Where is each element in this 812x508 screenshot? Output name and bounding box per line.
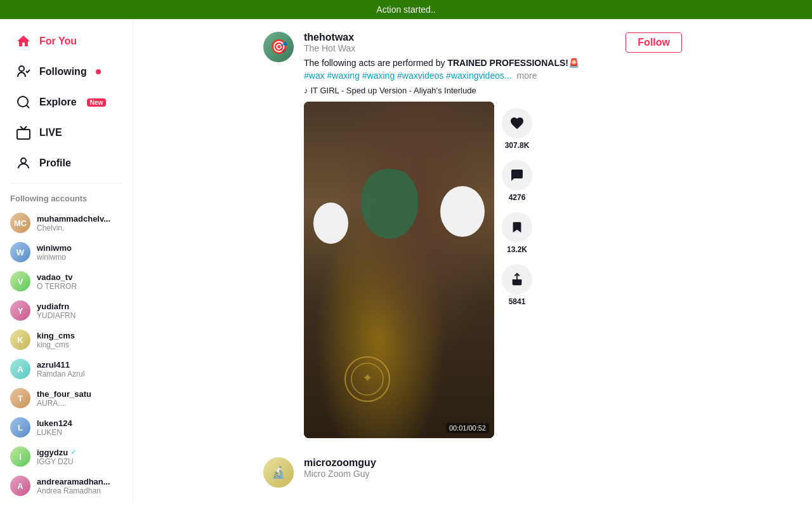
list-item[interactable]: W winiwmo winiwmo [0, 237, 133, 267]
explore-new-badge: New [87, 98, 107, 107]
account-info: king_cms king_cms [37, 331, 75, 349]
following-dot [96, 69, 101, 74]
post2-avatar[interactable]: 🔬 [263, 457, 294, 488]
account-username: iggydzu [37, 448, 68, 457]
profile-icon [15, 155, 32, 171]
video-overlay: ✦ [304, 102, 494, 438]
music-title: IT GIRL - Sped up Version - Aliyah's Int… [311, 86, 476, 95]
list-item[interactable]: K king_cms king_cms [0, 325, 133, 354]
svg-point-3 [21, 158, 26, 163]
account-info: winiwmo winiwmo [37, 243, 72, 262]
svg-point-1 [18, 97, 28, 107]
video-content: ✦ [304, 102, 494, 438]
account-info: andrearamadhan... Andrea Ramadhan [37, 477, 110, 495]
post-display-name: The Hot Wax [304, 43, 355, 53]
list-item[interactable]: L luken124 LUKEN [0, 413, 133, 442]
bookmark-count: 13.2K [507, 245, 527, 254]
nav-profile[interactable]: Profile [5, 149, 128, 178]
like-icon-circle [502, 108, 532, 138]
explore-icon [15, 94, 32, 110]
avatar: T [10, 388, 30, 408]
like-button[interactable]: 307.8K [502, 108, 532, 150]
list-item[interactable]: V vadao_tv O TERROR [0, 267, 133, 296]
more-link[interactable]: more [517, 70, 537, 81]
avatar: Y [10, 300, 30, 321]
account-info: vadao_tv O TERROR [37, 272, 77, 291]
bookmark-button[interactable]: 13.2K [502, 212, 532, 254]
account-username: winiwmo [37, 243, 72, 253]
following-icon [15, 64, 32, 80]
caption-pre: The following acts are performed by [304, 58, 447, 68]
post-content: thehotwax The Hot Wax Follow The followi… [304, 32, 682, 438]
avatar-icon: 🎯 [270, 39, 287, 55]
nav-for-you[interactable]: For You [5, 27, 128, 56]
post2-content: microzoomguy Micro Zoom Guy [304, 457, 682, 488]
list-item[interactable]: I iggydzu ✓ IGGY DZU [0, 442, 133, 471]
post2-author-info: microzoomguy Micro Zoom Guy [304, 457, 376, 479]
music-note-icon: ♪ [304, 86, 308, 95]
post-media-row: ✦ 00:01/00:52 [304, 102, 682, 438]
main-feed: 🎯 thehotwax The Hot Wax Follow The follo… [133, 19, 812, 503]
post-hashtags[interactable]: #wax #waxing #waxing #waxvideos #waxingv… [304, 70, 512, 81]
account-info: yudiafrn YUDIAFRN [37, 302, 75, 320]
video-thumbnail[interactable]: ✦ 00:01/00:52 [304, 102, 494, 438]
svg-point-0 [19, 66, 24, 71]
list-item[interactable]: A azrul411 Ramdan Azrul [0, 354, 133, 384]
avatar: V [10, 271, 30, 291]
list-item[interactable]: MC muhammadchelv... Chelvin, [0, 208, 133, 237]
face-mask [361, 169, 418, 239]
video-actions: 307.8K 4276 [502, 102, 532, 306]
post2-avatar-icon: 🔬 [272, 465, 285, 479]
see-more-button[interactable]: See more [0, 500, 59, 503]
account-info: the_four_satu AURA.... [37, 389, 91, 408]
home-icon [15, 33, 32, 50]
account-username: luken124 [37, 418, 72, 428]
nav-live[interactable]: LIVE [5, 118, 128, 147]
bookmark-icon-circle [502, 212, 532, 243]
post-header: thehotwax The Hot Wax Follow [304, 32, 682, 53]
post-caption: The following acts are performed by TRAI… [304, 57, 682, 82]
avatar: A [10, 359, 30, 379]
account-info: muhammadchelv... Chelvin, [37, 214, 110, 232]
sidebar: For You Following Explore New [0, 19, 133, 503]
avatar: W [10, 242, 30, 262]
nav-following-label: Following [39, 66, 87, 77]
caption-bold: TRAINED PROFESSIONALS!🚨 [447, 58, 579, 68]
balloon-left [313, 203, 348, 244]
svg-text:✦: ✦ [362, 371, 373, 385]
post-username[interactable]: thehotwax [304, 32, 355, 43]
account-info: luken124 LUKEN [37, 418, 72, 437]
account-display: AURA.... [37, 399, 91, 408]
account-display: Ramdan Azrul [37, 370, 84, 378]
follow-button[interactable]: Follow [625, 32, 682, 53]
svg-rect-2 [17, 130, 30, 139]
account-username: king_cms [37, 331, 75, 340]
account-list: MC muhammadchelv... Chelvin, W winiwmo w… [0, 208, 133, 500]
list-item[interactable]: Y yudiafrn YUDIAFRN [0, 296, 133, 325]
balloon-right [440, 186, 485, 237]
share-count: 5841 [509, 297, 526, 306]
verified-icon: ✓ [70, 448, 77, 457]
post-music: ♪ IT GIRL - Sped up Version - Aliyah's I… [304, 86, 682, 95]
account-username: yudiafrn [37, 302, 75, 311]
account-username: vadao_tv [37, 272, 77, 282]
account-info: azrul411 Ramdan Azrul [37, 360, 84, 378]
account-display: O TERROR [37, 282, 77, 291]
video-post: 🎯 thehotwax The Hot Wax Follow The follo… [251, 32, 695, 438]
account-display: winiwmo [37, 253, 72, 262]
chest-pattern: ✦ [342, 354, 393, 404]
live-icon [15, 124, 32, 141]
list-item[interactable]: A andrearamadhan... Andrea Ramadhan [0, 471, 133, 500]
comment-button[interactable]: 4276 [502, 160, 532, 202]
account-username: azrul411 [37, 360, 84, 370]
share-button[interactable]: 5841 [502, 264, 532, 306]
nav-explore[interactable]: Explore New [5, 88, 128, 117]
avatar: L [10, 417, 30, 438]
post2-username[interactable]: microzoomguy [304, 457, 376, 469]
nav-following[interactable]: Following [5, 57, 128, 86]
avatar: K [10, 330, 30, 350]
post-author-avatar[interactable]: 🎯 [263, 32, 294, 62]
sidebar-divider [10, 183, 122, 184]
avatar: I [10, 446, 30, 467]
list-item[interactable]: T the_four_satu AURA.... [0, 384, 133, 413]
